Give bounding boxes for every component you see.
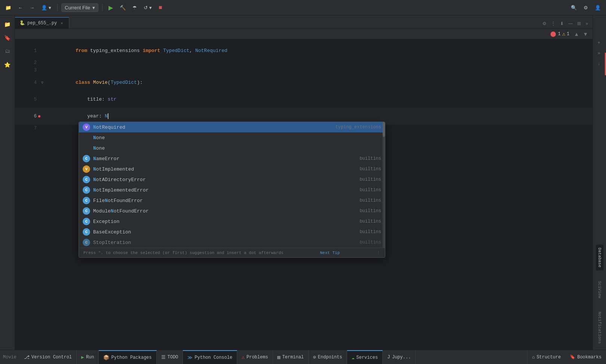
code-line-3: 3: [15, 67, 593, 74]
autocomplete-scrollbar[interactable]: [383, 122, 385, 248]
next-error-button[interactable]: ▼: [581, 30, 590, 38]
profile-button[interactable]: 👤: [593, 3, 603, 12]
ac-item-6[interactable]: C NotImplementedError builtins: [79, 185, 385, 195]
main-toolbar: 📁 ← → 👤 ▾ Current File ▾ ▶ 🔨 ☂ ↺ ▾ ■ 🔍 ⚙: [0, 0, 606, 15]
ac-name-3: NameError: [93, 156, 356, 162]
nav-open-button[interactable]: 📁: [3, 3, 13, 12]
sidebar-item-fav[interactable]: ⭐: [1, 59, 13, 71]
ac-item-2[interactable]: None: [79, 143, 385, 153]
user-button[interactable]: 👤 ▾: [39, 3, 53, 12]
forward-button[interactable]: →: [27, 3, 37, 12]
sidebar-item-project[interactable]: 📁: [1, 18, 13, 30]
ac-source-4: builtins: [359, 166, 381, 172]
error-count[interactable]: ⬤ 1 ⚠ 1: [550, 31, 569, 37]
rs-add-button[interactable]: +: [593, 38, 605, 48]
tab-settings-button[interactable]: ⚙: [541, 20, 548, 27]
stop-icon: ■: [159, 4, 162, 11]
bookmark-icon: 🔖: [4, 35, 10, 41]
terminal-panel-button[interactable]: ▤ Terminal: [273, 350, 309, 364]
problems-panel-button[interactable]: ⚠ Problems: [237, 350, 273, 364]
build-button[interactable]: 🔨: [117, 3, 128, 12]
ac-name-7: FileNotFoundError: [93, 198, 356, 204]
version-control-panel-button[interactable]: ⎇ Version Control: [19, 350, 77, 364]
ac-icon-4: V: [83, 165, 90, 173]
coverage-button[interactable]: ☂: [130, 3, 139, 12]
toolbar-right-actions: 🔍 ⚙ 👤: [569, 3, 603, 12]
ac-item-9[interactable]: C Exception builtins: [79, 216, 385, 227]
ac-source-9: builtins: [359, 219, 381, 224]
autocomplete-footer: Press ⌃. to choose the selected (or firs…: [79, 248, 385, 257]
ac-item-4[interactable]: V NotImplemented builtins: [79, 164, 385, 174]
stop-button[interactable]: ■: [156, 3, 165, 12]
reload-icon: ↺: [144, 5, 148, 10]
sciview-panel-button[interactable]: SciView: [596, 278, 603, 301]
ac-item-3[interactable]: C NameError builtins: [79, 153, 385, 164]
ac-item-5[interactable]: C NotADirectoryError builtins: [79, 174, 385, 185]
ac-icon-0: V: [83, 123, 90, 131]
tab-panel-button[interactable]: ⊞: [576, 20, 582, 27]
todo-panel-button[interactable]: ☰ TODO: [157, 350, 183, 364]
endpoints-panel-button[interactable]: ⊙ Endpoints: [309, 350, 347, 364]
notifications-panel-button[interactable]: Notifications: [596, 309, 603, 347]
ac-name-2: None: [93, 146, 378, 151]
jupyter-panel-button[interactable]: J Jupy...: [383, 350, 416, 364]
ac-source-8: builtins: [359, 208, 381, 214]
sidebar-item-structure[interactable]: 🗂: [1, 45, 13, 57]
ac-name-10: BaseException: [93, 229, 356, 235]
file-tab[interactable]: 🐍 pep_655_.py ✕: [15, 17, 69, 28]
ac-item-0[interactable]: V NotRequired typing_extensions: [79, 122, 385, 132]
rs-collapse-button[interactable]: ↓: [593, 59, 605, 69]
tab-expand-button[interactable]: ⬇: [558, 20, 565, 27]
tab-more-button[interactable]: »: [584, 20, 590, 27]
code-editor[interactable]: 1 from typing_extensions import TypedDic…: [15, 39, 593, 350]
search-icon: 🔍: [571, 5, 577, 10]
separator-2: [102, 4, 102, 11]
search-everywhere-button[interactable]: 🔍: [569, 3, 579, 12]
ac-icon-2: [83, 144, 90, 152]
services-panel-button[interactable]: ☁ Services: [347, 350, 383, 364]
tab-collapse-button[interactable]: —: [567, 20, 574, 27]
ac-name-9: Exception: [93, 219, 356, 224]
error-bar: ⬤ 1 ⚠ 1 ▲ ▼: [15, 29, 593, 39]
tab-close-button[interactable]: ✕: [59, 21, 64, 26]
code-line-5: 5 title: str: [15, 91, 593, 108]
ac-item-8[interactable]: C ModuleNotFoundError builtins: [79, 206, 385, 216]
ac-item-11[interactable]: C StopIteration builtins: [79, 237, 385, 248]
user-icon: 👤: [41, 5, 47, 10]
back-button[interactable]: ←: [16, 3, 25, 12]
bookmarks-status-button[interactable]: 🔖 Bookmarks: [565, 350, 606, 364]
tab-menu-button[interactable]: ⋮: [550, 20, 557, 27]
rs-expand-button[interactable]: »: [593, 48, 605, 59]
ac-source-6: builtins: [359, 187, 381, 193]
breadcrumb-label[interactable]: Movie: [3, 355, 16, 360]
ac-item-7[interactable]: C FileNotFoundError builtins: [79, 195, 385, 206]
jupyter-label: Jupy...: [392, 355, 411, 360]
ac-name-11: StopIteration: [93, 240, 356, 245]
autocomplete-dropdown: V NotRequired typing_extensions None: [79, 122, 385, 258]
ac-item-10[interactable]: C BaseException builtins: [79, 227, 385, 237]
database-panel-button[interactable]: Database: [596, 245, 603, 270]
run-panel-button[interactable]: ▶ Run: [77, 350, 99, 364]
settings-button[interactable]: ⚙: [581, 3, 590, 12]
reload-button[interactable]: ↺ ▾: [141, 3, 154, 12]
next-tip-button[interactable]: Next Tip: [320, 251, 340, 255]
sidebar-item-bookmark[interactable]: 🔖: [1, 32, 13, 44]
ac-icon-11: C: [83, 239, 90, 246]
services-label: Services: [356, 355, 378, 360]
dropdown-arrow-icon: ▾: [92, 5, 95, 10]
ac-item-1[interactable]: None: [79, 132, 385, 143]
structure-status-button[interactable]: ⌂ Structure: [527, 350, 565, 364]
ac-source-7: builtins: [359, 198, 381, 203]
error-nav-arrows: ▲ ▼: [572, 30, 590, 38]
python-console-panel-button[interactable]: ≫ Python Console: [183, 350, 237, 364]
python-packages-icon: 📦: [103, 355, 109, 361]
footer-menu-button[interactable]: ⋮: [376, 250, 380, 255]
ac-icon-1: [83, 134, 90, 141]
structure-status-icon: ⌂: [532, 355, 535, 360]
run-button[interactable]: ▶: [106, 3, 115, 13]
run-config-button[interactable]: Current File ▾: [61, 3, 98, 12]
prev-error-button[interactable]: ▲: [572, 30, 581, 38]
main-area: 📁 🔖 🗂 ⭐ 🐍 pep_655_.py ✕ ⚙ ⋮ ⬇ — ⊞: [0, 15, 606, 350]
python-packages-panel-button[interactable]: 📦 Python Packages: [99, 350, 156, 364]
python-packages-label: Python Packages: [111, 355, 152, 360]
